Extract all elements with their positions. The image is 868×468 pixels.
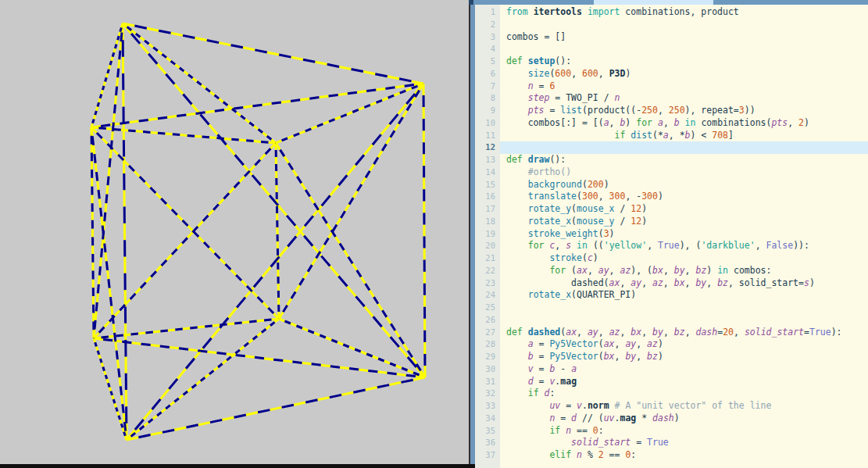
code-token: b	[685, 130, 691, 141]
code-line[interactable]: rotate_y(mouse_x / 12)	[500, 203, 868, 216]
code-token	[528, 6, 534, 17]
code-token: combos[:] = [(	[506, 117, 604, 128]
code-token: ), (	[680, 240, 702, 251]
code-token: )	[658, 351, 663, 362]
code-line[interactable]: combos[:] = [(a, b) for a, b in combinat…	[500, 117, 868, 130]
code-token: bz	[674, 327, 685, 338]
code-token: ():	[555, 55, 571, 66]
code-token: mag	[620, 413, 636, 423]
code-token: in	[717, 265, 728, 276]
code-line[interactable]: if dist(*a, *b) < 708]	[500, 130, 868, 142]
code-token: 300	[641, 191, 658, 202]
gutter-line-number: 1	[475, 6, 495, 19]
code-token: combos:	[728, 265, 771, 276]
code-token: def	[506, 55, 523, 66]
code-area[interactable]: from itertools import combinations, prod…	[500, 5, 868, 468]
code-token: )):	[793, 240, 809, 251]
code-editor-pane: 1234567891011121314151617181920212223242…	[469, 0, 868, 468]
code-token: by	[652, 327, 663, 338]
code-line[interactable]	[500, 19, 868, 31]
code-line[interactable]: size(600, 600, P3D)	[500, 68, 868, 80]
code-token: Py5Vector	[549, 338, 598, 349]
code-line[interactable]: from itertools import combinations, prod…	[500, 6, 868, 19]
code-token: (product((-	[582, 105, 641, 116]
sketch-background	[0, 0, 469, 468]
code-line[interactable]: b = Py5Vector(bx, by, bz)	[500, 351, 868, 363]
code-line[interactable]: a = Py5Vector(ax, ay, az)	[500, 338, 868, 351]
code-token: 600	[555, 68, 571, 79]
code-token: 2	[798, 117, 804, 128]
code-line[interactable]: uv = v.norm # A "unit vector" of the lin…	[500, 400, 868, 413]
code-line[interactable]: stroke_weight(3)	[500, 228, 868, 241]
code-token: combinations(	[695, 117, 771, 128]
code-line[interactable]	[500, 314, 868, 327]
code-token: .	[582, 400, 588, 411]
code-line[interactable]: def setup():	[500, 55, 868, 68]
code-line[interactable]: n = 6	[500, 80, 868, 93]
code-line[interactable]: n = d // (uv.mag * dash)	[500, 413, 868, 425]
gutter-line-number: 20	[475, 240, 495, 252]
code-token	[506, 179, 528, 190]
code-line[interactable]: #ortho()	[500, 166, 868, 179]
code-line[interactable]: for c, s in (('yellow', True), ('darkblu…	[500, 240, 868, 252]
code-token: by	[695, 277, 706, 288]
code-token: =	[534, 351, 550, 362]
code-token: solid_start	[745, 327, 804, 338]
code-line[interactable]: d = v.mag	[500, 376, 868, 388]
code-line[interactable]: stroke(c)	[500, 252, 868, 265]
code-token: for	[636, 117, 652, 128]
code-line[interactable]: v = b - a	[500, 363, 868, 376]
gutter-line-number: 16	[475, 191, 495, 203]
code-line[interactable]: rotate_x(mouse_y / 12)	[500, 216, 868, 228]
code-line[interactable]: combos = []	[500, 31, 868, 44]
sketch-canvas[interactable]	[0, 0, 469, 468]
code-token: bz	[695, 265, 706, 276]
code-token: (	[571, 216, 577, 227]
code-line[interactable]: def draw():	[500, 154, 868, 166]
code-line[interactable]: pts = list(product((-250, 250), repeat=3…	[500, 105, 868, 117]
code-line[interactable]: translate(300, 300, -300)	[500, 191, 868, 203]
code-token: )	[658, 338, 663, 349]
code-line[interactable]: def dashed(ax, ay, az, bx, by, bz, dash=…	[500, 327, 868, 339]
code-token: ==	[571, 425, 593, 436]
code-token: ,	[598, 327, 609, 338]
gutter-line-number: 22	[475, 265, 495, 277]
code-line[interactable]: background(200)	[500, 179, 868, 191]
code-token: background	[528, 179, 582, 190]
code-line[interactable]: dashed(ax, ay, az, bx, by, bz, solid_sta…	[500, 277, 868, 290]
code-token: step	[528, 92, 550, 103]
code-token: az	[647, 338, 658, 349]
code-line[interactable]	[500, 141, 868, 154]
code-token: // (	[577, 413, 604, 423]
gutter-line-number: 28	[475, 338, 495, 351]
code-token: ax	[609, 277, 620, 288]
code-token: )	[641, 216, 647, 227]
code-token: az	[620, 265, 630, 276]
code-token: ax	[577, 265, 588, 276]
code-line[interactable]: if n == 0:	[500, 425, 868, 438]
code-token: by	[625, 351, 636, 362]
code-line[interactable]: elif n % 2 == 0:	[500, 449, 868, 462]
code-token: bz	[717, 277, 728, 288]
code-token: size	[528, 68, 550, 79]
code-line[interactable]: solid_start = True	[500, 437, 868, 449]
code-line[interactable]: if d:	[500, 388, 868, 400]
code-line[interactable]	[500, 43, 868, 55]
code-token: itertools	[534, 6, 582, 17]
code-line[interactable]: step = TWO_PI / n	[500, 92, 868, 105]
code-token: (	[566, 265, 577, 276]
code-token: )	[658, 191, 663, 202]
code-line[interactable]	[500, 302, 868, 314]
code-token: 200	[588, 179, 604, 190]
code-token: ay	[630, 277, 641, 288]
code-token: mouse_x	[577, 203, 614, 214]
code-token: =	[534, 376, 550, 387]
code-token: 'yellow'	[604, 240, 647, 251]
code-token: stroke	[549, 252, 582, 263]
code-line[interactable]: rotate_x(QUARTER_PI)	[500, 289, 868, 302]
code-token: bz	[647, 351, 658, 362]
code-token: =	[534, 338, 550, 349]
code-line[interactable]: for (ax, ay, az), (bx, by, bz) in combos…	[500, 265, 868, 277]
gutter-line-number: 9	[475, 105, 495, 117]
code-token: ,	[571, 68, 582, 79]
